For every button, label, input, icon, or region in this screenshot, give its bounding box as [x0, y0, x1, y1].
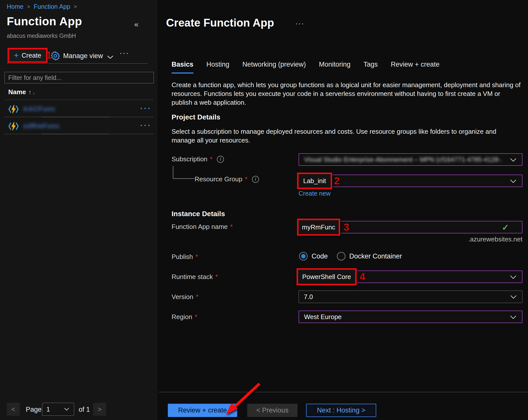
- tab-tags[interactable]: Tags: [363, 61, 378, 74]
- runtime-stack-value: PowerShell Core: [302, 273, 351, 281]
- create-new-resource-group-link[interactable]: Create new: [299, 190, 331, 197]
- version-label: Version *: [172, 293, 198, 301]
- region-dropdown[interactable]: West Europe: [299, 311, 522, 323]
- runtime-stack-dropdown[interactable]: PowerShell Core 4: [299, 270, 522, 283]
- subscription-dropdown[interactable]: Visual Studio Enterprise-Abonnement – MP…: [299, 153, 522, 166]
- radio-docker-label: Docker Container: [349, 252, 402, 260]
- radio-docker-container[interactable]: Docker Container: [337, 252, 402, 260]
- page-title: Create Function App: [166, 17, 274, 29]
- chevron-down-icon: [509, 275, 517, 280]
- valid-check-icon: ✓: [502, 222, 509, 232]
- tab-review-create[interactable]: Review + create: [391, 61, 439, 74]
- blade-more-icon[interactable]: ···: [295, 19, 304, 28]
- app-name-highlight: myRmFunc: [297, 219, 340, 236]
- tab-monitoring[interactable]: Monitoring: [319, 61, 350, 74]
- version-label-text: Version: [172, 293, 193, 301]
- publish-label-text: Publish: [172, 253, 193, 261]
- required-mark: *: [210, 155, 212, 163]
- radio-unselected-icon: [337, 252, 345, 260]
- version-value: 7.0: [304, 293, 313, 301]
- row-context-menu-icon[interactable]: ···: [140, 104, 152, 113]
- redacted-function-name: sdRmFunc: [23, 122, 60, 130]
- filter-input[interactable]: [5, 72, 154, 83]
- app-name-label: Function App name *: [172, 223, 233, 231]
- create-button-highlight: + Create: [8, 48, 48, 63]
- breadcrumb-home[interactable]: Home: [7, 3, 24, 10]
- header-divider: [5, 100, 154, 100]
- page-label: Page: [26, 406, 42, 413]
- sort-descending-icon: ↓: [33, 90, 35, 96]
- required-mark: *: [196, 293, 198, 301]
- plus-icon: +: [14, 51, 19, 59]
- required-mark: *: [215, 273, 218, 281]
- runtime-stack-label-text: Runtime stack: [172, 273, 213, 281]
- radio-code[interactable]: Code: [299, 252, 328, 260]
- function-app-icon: [8, 104, 19, 114]
- next-page-button[interactable]: >: [93, 403, 106, 416]
- previous-page-button[interactable]: <: [7, 403, 20, 416]
- subscription-label-text: Subscription: [172, 155, 207, 163]
- wizard-tabs: Basics Hosting Networking (preview) Moni…: [172, 61, 440, 74]
- previous-step-button[interactable]: < Previous: [247, 404, 298, 417]
- hierarchy-connector: [173, 166, 194, 179]
- create-button[interactable]: Create: [22, 52, 41, 59]
- row-divider: [5, 134, 154, 134]
- gear-icon: [50, 51, 61, 61]
- chevron-down-icon: [63, 407, 70, 411]
- toolbar-divider: [7, 63, 148, 64]
- project-details-description: Select a subscription to manage deployed…: [172, 127, 521, 145]
- blade-description: Create a function app, which lets you gr…: [172, 81, 521, 107]
- manage-view-button[interactable]: Manage view: [63, 52, 103, 60]
- page-count-label: of 1: [79, 406, 90, 413]
- chevron-down-icon: [510, 295, 517, 300]
- info-icon[interactable]: i: [252, 176, 259, 183]
- name-column-label: Name: [8, 88, 26, 96]
- required-mark: *: [195, 313, 197, 321]
- function-app-row[interactable]: AACFunc ···: [0, 101, 158, 117]
- required-mark: *: [245, 175, 247, 183]
- chevron-down-icon: [509, 179, 517, 184]
- subscription-label: Subscription * i: [172, 155, 224, 163]
- tab-hosting[interactable]: Hosting: [206, 61, 229, 74]
- publish-label: Publish *: [172, 253, 198, 261]
- chevron-down-icon[interactable]: [106, 55, 114, 60]
- name-column-header[interactable]: Name ↑ ↓: [8, 88, 35, 96]
- collapse-panel-icon[interactable]: «: [134, 20, 139, 29]
- row-context-menu-icon[interactable]: ···: [140, 121, 152, 130]
- page-number-select[interactable]: 1: [42, 403, 74, 416]
- create-function-app-blade: Create Function App ··· Basics Hosting N…: [159, 0, 528, 420]
- radio-selected-icon: [299, 252, 308, 260]
- tab-basics[interactable]: Basics: [172, 61, 193, 74]
- domain-suffix: .azurewebsites.net: [299, 235, 522, 243]
- review-create-button[interactable]: Review + create: [168, 404, 237, 417]
- page-number-value: 1: [46, 405, 50, 413]
- annotation-step-2: 2: [334, 175, 340, 187]
- footer-divider: [159, 392, 528, 392]
- breadcrumb: Home > Function App >: [7, 3, 77, 10]
- annotation-step-3: 3: [344, 222, 349, 233]
- required-mark: *: [195, 253, 198, 261]
- resource-group-value: Lab_init: [303, 177, 326, 185]
- function-app-list-panel: Home > Function App > Function App « aba…: [0, 0, 158, 420]
- project-details-heading: Project Details: [172, 113, 220, 121]
- app-name-input[interactable]: myRmFunc 3 ✓: [299, 221, 522, 233]
- info-icon[interactable]: i: [217, 156, 224, 163]
- next-hosting-button[interactable]: Next : Hosting >: [306, 404, 376, 417]
- runtime-stack-highlight: PowerShell Core: [297, 268, 357, 285]
- radio-code-label: Code: [312, 252, 328, 260]
- version-dropdown[interactable]: 7.0: [299, 291, 522, 303]
- app-name-value: myRmFunc: [302, 223, 335, 231]
- resource-group-label-text: Resource Group: [195, 175, 242, 183]
- chevron-down-icon: [509, 158, 517, 163]
- runtime-stack-label: Runtime stack *: [172, 273, 218, 281]
- function-app-row[interactable]: sdRmFunc ···: [0, 118, 158, 134]
- breadcrumb-function-app[interactable]: Function App: [34, 3, 70, 10]
- toolbar-more-icon[interactable]: ···: [119, 49, 129, 57]
- resource-group-dropdown[interactable]: Lab_init 2: [299, 175, 522, 187]
- region-value: West Europe: [304, 313, 342, 321]
- tab-networking[interactable]: Networking (preview): [242, 61, 306, 74]
- tenant-name: abacus mediaworks GmbH: [7, 33, 76, 39]
- resource-group-highlight: Lab_init: [297, 173, 332, 189]
- region-label: Region *: [172, 313, 197, 321]
- function-app-icon: [8, 121, 19, 131]
